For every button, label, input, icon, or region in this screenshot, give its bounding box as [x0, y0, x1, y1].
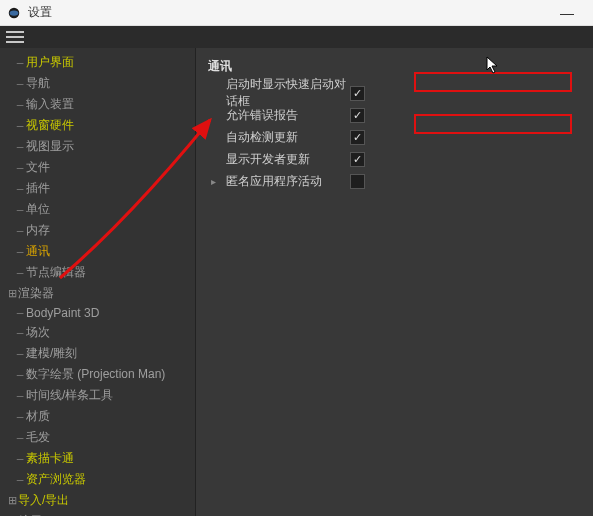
sidebar-item-label: 插件 — [26, 180, 50, 197]
sidebar-item-label: 渲染器 — [18, 285, 54, 302]
sidebar-item-label: BodyPaint 3D — [26, 306, 99, 320]
tree-dash: – — [14, 77, 26, 91]
row-label: 显示开发者更新 — [220, 151, 350, 168]
sidebar-item-label: 文件 — [26, 159, 50, 176]
checkbox[interactable] — [350, 174, 365, 189]
tree-dash: – — [14, 473, 26, 487]
sidebar-item[interactable]: –视图显示 — [0, 136, 195, 157]
sidebar-item-label: 内存 — [26, 222, 50, 239]
main-panel: 通讯 启动时显示快速启动对话框允许错误报告自动检测更新显示开发者更新▸匿名应用程… — [196, 48, 593, 516]
sidebar-item-label: 场次 — [26, 324, 50, 341]
expand-icon[interactable]: ⊞ — [6, 494, 18, 507]
sidebar-item[interactable]: –BodyPaint 3D — [0, 304, 195, 322]
sidebar-item[interactable]: –文件 — [0, 157, 195, 178]
svg-point-1 — [10, 10, 19, 15]
sidebar-item[interactable]: –场次 — [0, 322, 195, 343]
sidebar-item[interactable]: –单位 — [0, 199, 195, 220]
expand-icon[interactable]: ⊞ — [6, 287, 18, 300]
tree-dash: – — [14, 56, 26, 70]
tree-dash: – — [14, 224, 26, 238]
tree-dash: – — [14, 431, 26, 445]
sidebar-item[interactable]: –视窗硬件 — [0, 115, 195, 136]
titlebar: 设置 — — [0, 0, 593, 26]
sidebar-item-label: 视图显示 — [26, 138, 74, 155]
window-title: 设置 — [28, 4, 547, 21]
tree-dash: – — [14, 203, 26, 217]
sidebar-item-label: 导入/导出 — [18, 492, 69, 509]
settings-row: 显示开发者更新 — [208, 149, 581, 169]
sidebar-item-label: 节点编辑器 — [26, 264, 86, 281]
sidebar-item[interactable]: –素描卡通 — [0, 448, 195, 469]
sidebar-item-label: 通讯 — [26, 243, 50, 260]
sidebar-item-label: 数字绘景 (Projection Man) — [26, 366, 165, 383]
sidebar-item[interactable]: ⊞导入/导出 — [0, 490, 195, 511]
sidebar-item[interactable]: –时间线/样条工具 — [0, 385, 195, 406]
checkbox[interactable] — [350, 130, 365, 145]
sidebar-item-label: 输入装置 — [26, 96, 74, 113]
tree-dash: – — [14, 389, 26, 403]
tree-dash: – — [14, 245, 26, 259]
row-label: 匿名应用程序活动 — [220, 173, 350, 190]
tree-dash: – — [14, 368, 26, 382]
row-label: 允许错误报告 — [220, 107, 350, 124]
tree-dash: – — [14, 347, 26, 361]
sidebar-item-label: 毛发 — [26, 429, 50, 446]
settings-row: 启动时显示快速启动对话框 — [208, 83, 581, 103]
menubar — [0, 26, 593, 48]
row-label: 自动检测更新 — [220, 129, 350, 146]
sidebar-item[interactable]: –数字绘景 (Projection Man) — [0, 364, 195, 385]
minimize-button[interactable]: — — [547, 5, 587, 21]
sidebar-item[interactable]: –毛发 — [0, 427, 195, 448]
sidebar-item[interactable]: –导航 — [0, 73, 195, 94]
sidebar-item[interactable]: –节点编辑器 — [0, 262, 195, 283]
sidebar-item-label: 资产浏览器 — [26, 471, 86, 488]
app-icon — [6, 5, 22, 21]
sidebar-item-label: 建模/雕刻 — [26, 345, 77, 362]
tree-dash: – — [14, 326, 26, 340]
sidebar-item-label: 素描卡通 — [26, 450, 74, 467]
tree-dash: – — [14, 452, 26, 466]
tree-dash: – — [14, 266, 26, 280]
sidebar-item[interactable]: ⊞扩展 — [0, 511, 195, 516]
checkbox[interactable] — [350, 86, 365, 101]
sidebar-item[interactable]: ⊞渲染器 — [0, 283, 195, 304]
checkbox[interactable] — [350, 108, 365, 123]
sidebar-item[interactable]: –插件 — [0, 178, 195, 199]
tree-dash: – — [14, 410, 26, 424]
sidebar-item[interactable]: –材质 — [0, 406, 195, 427]
settings-row: ▸匿名应用程序活动 — [208, 171, 581, 191]
tree-dash: – — [14, 98, 26, 112]
sidebar-item-label: 视窗硬件 — [26, 117, 74, 134]
settings-row: 允许错误报告 — [208, 105, 581, 125]
sidebar: –用户界面–导航–输入装置–视窗硬件–视图显示–文件–插件–单位–内存–通讯–节… — [0, 48, 196, 516]
tree-dash: – — [14, 140, 26, 154]
sidebar-item-label: 用户界面 — [26, 54, 74, 71]
sidebar-item-label: 导航 — [26, 75, 50, 92]
sidebar-item[interactable]: –建模/雕刻 — [0, 343, 195, 364]
sidebar-item[interactable]: –用户界面 — [0, 52, 195, 73]
sidebar-item-label: 单位 — [26, 201, 50, 218]
checkbox[interactable] — [350, 152, 365, 167]
chevron-right-icon[interactable]: ▸ — [208, 176, 218, 187]
sidebar-item[interactable]: –通讯 — [0, 241, 195, 262]
sidebar-item[interactable]: –内存 — [0, 220, 195, 241]
section-title: 通讯 — [208, 58, 581, 75]
settings-row: 自动检测更新 — [208, 127, 581, 147]
tree-dash: – — [14, 119, 26, 133]
sidebar-item[interactable]: –输入装置 — [0, 94, 195, 115]
tree-dash: – — [14, 161, 26, 175]
hamburger-icon[interactable] — [6, 31, 24, 43]
row-label: 启动时显示快速启动对话框 — [220, 76, 350, 110]
sidebar-item-label: 材质 — [26, 408, 50, 425]
tree-dash: – — [14, 306, 26, 320]
tree-dash: – — [14, 182, 26, 196]
sidebar-item[interactable]: –资产浏览器 — [0, 469, 195, 490]
sidebar-item-label: 时间线/样条工具 — [26, 387, 113, 404]
